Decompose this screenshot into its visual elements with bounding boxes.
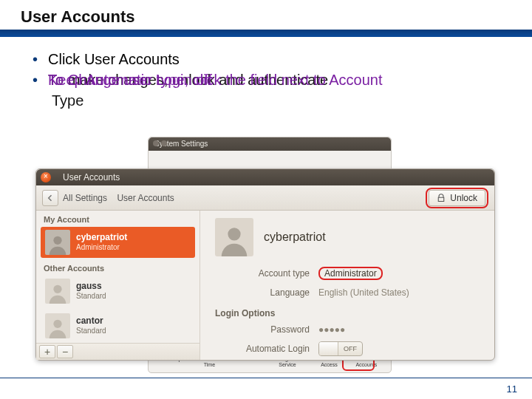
person-icon [47,316,69,338]
value-password[interactable]: ●●●●● [318,324,345,335]
bullet-dot: • [33,49,38,69]
label-password: Password [215,324,318,335]
account-row-gauss[interactable]: gauss Standard [41,276,195,307]
avatar [45,279,70,304]
value-language[interactable]: English (United States) [318,287,409,298]
svg-point-0 [53,236,61,245]
auto-login-toggle[interactable]: OFF [318,341,363,356]
label-auto-login: Automatic Login [215,344,318,354]
crumb-current: User Accounts [117,193,174,203]
breadcrumb: All Settings User Accounts [63,193,421,203]
footer-rule [0,378,532,378]
bullet-dot: • [33,69,38,90]
label-account-type: Account type [215,268,318,279]
bullet-2c: Keep Automatic Login off [48,69,212,90]
bullet-list: • Click User Accounts • To make changes,… [0,37,532,111]
avatar [45,230,70,255]
account-row-cantor[interactable]: cantor Standard [41,310,195,341]
sidebar-footer: + − [36,343,200,360]
user-accounts-window: × User Accounts All Settings User Accoun… [35,168,495,361]
account-name: cantor [76,316,106,326]
remove-account-button[interactable]: − [57,345,73,358]
window-titlebar[interactable]: × User Accounts [36,169,494,185]
bullet-2-cont: Type [33,90,532,111]
unlock-label: Unlock [450,193,477,203]
close-icon: × [41,171,51,182]
add-account-button[interactable]: + [39,345,55,358]
slide-title: User Accounts [0,0,532,30]
account-detail-name[interactable]: cyberpatriot [264,231,326,244]
avatar-large[interactable] [215,218,253,256]
svg-point-2 [53,319,61,327]
label-language: Language [215,287,318,298]
account-type-highlight: Administrator [318,267,383,280]
account-name: cyberpatriot [76,232,127,242]
section-my-account: My Account [36,211,200,225]
account-role: Standard [76,326,106,336]
window-title: User Accounts [63,172,120,183]
toggle-knob [319,342,338,355]
unlock-highlight: Unlock [426,188,488,208]
back-button[interactable] [42,190,58,206]
account-row-cyberpatriot[interactable]: cyberpatriot Administrator [41,227,195,258]
system-settings-title: System Settings [149,137,391,151]
bullet-1: Click User Accounts [48,49,180,69]
account-role: Administrator [76,242,127,253]
value-account-type[interactable]: Administrator [318,267,383,280]
account-role: Standard [76,291,106,301]
unlock-button[interactable]: Unlock [429,190,485,206]
svg-point-3 [228,228,240,240]
account-detail-panel: cyberpatriot Account type Administrator … [200,211,494,360]
person-icon [47,233,69,255]
avatar [45,313,70,338]
crumb-all-settings[interactable]: All Settings [63,193,107,203]
page-number: 11 [507,383,517,395]
svg-point-1 [53,285,61,293]
toggle-off-label: OFF [338,342,362,355]
person-icon [47,282,69,304]
title-underline [0,30,532,37]
account-name: gauss [76,281,106,291]
accounts-sidebar: My Account cyberpatriot Administrator Ot… [36,211,200,360]
chevron-left-icon [46,194,55,202]
login-options-heading: Login Options [215,308,482,318]
toolbar: All Settings User Accounts Unlock [36,185,494,211]
section-other-accounts: Other Accounts [36,259,200,274]
person-icon [217,222,251,256]
lock-icon [437,194,446,202]
